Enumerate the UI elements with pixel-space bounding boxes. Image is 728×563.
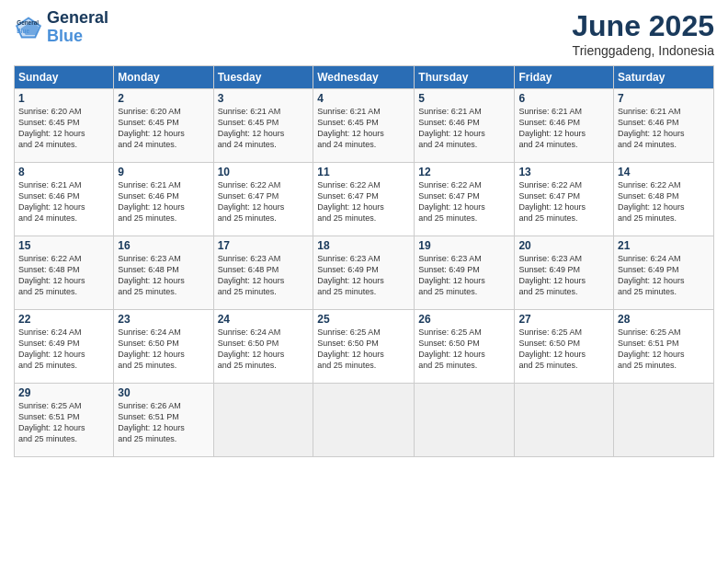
table-row [614, 384, 714, 457]
table-row: 10 Sunrise: 6:22 AMSunset: 6:47 PMDaylig… [213, 163, 313, 236]
day-info: Sunrise: 6:22 AMSunset: 6:47 PMDaylight:… [317, 179, 410, 224]
table-row: 25 Sunrise: 6:25 AMSunset: 6:50 PMDaylig… [313, 310, 415, 384]
table-row: 9 Sunrise: 6:21 AMSunset: 6:46 PMDayligh… [114, 163, 213, 236]
day-info: Sunrise: 6:22 AMSunset: 6:47 PMDaylight:… [518, 179, 609, 224]
day-info: Sunrise: 6:20 AMSunset: 6:45 PMDaylight:… [18, 106, 109, 151]
day-number: 27 [518, 313, 609, 326]
day-info: Sunrise: 6:25 AMSunset: 6:50 PMDaylight:… [418, 327, 510, 372]
logo: General Blue GeneralBlue [14, 9, 108, 46]
day-number: 1 [18, 92, 109, 105]
table-row: 30 Sunrise: 6:26 AMSunset: 6:51 PMDaylig… [114, 384, 213, 457]
day-number: 23 [118, 313, 209, 326]
day-info: Sunrise: 6:25 AMSunset: 6:50 PMDaylight:… [518, 327, 609, 372]
col-monday: Monday [114, 66, 213, 89]
table-row [515, 384, 614, 457]
day-info: Sunrise: 6:26 AMSunset: 6:51 PMDaylight:… [118, 400, 209, 445]
day-info: Sunrise: 6:22 AMSunset: 6:47 PMDaylight:… [418, 179, 510, 224]
day-number: 18 [317, 239, 410, 252]
day-info: Sunrise: 6:23 AMSunset: 6:48 PMDaylight:… [218, 253, 310, 298]
day-info: Sunrise: 6:21 AMSunset: 6:46 PMDaylight:… [118, 179, 209, 224]
svg-text:General: General [17, 19, 39, 26]
table-row: 17 Sunrise: 6:23 AMSunset: 6:48 PMDaylig… [213, 236, 313, 310]
svg-text:Blue: Blue [17, 27, 29, 33]
table-row: 11 Sunrise: 6:22 AMSunset: 6:47 PMDaylig… [313, 163, 415, 236]
table-row: 5 Sunrise: 6:21 AMSunset: 6:46 PMDayligh… [415, 89, 515, 163]
day-number: 19 [418, 239, 510, 252]
table-row: 2 Sunrise: 6:20 AMSunset: 6:45 PMDayligh… [114, 89, 213, 163]
day-number: 14 [618, 166, 710, 178]
table-row: 15 Sunrise: 6:22 AMSunset: 6:48 PMDaylig… [15, 236, 114, 310]
calendar-table: Sunday Monday Tuesday Wednesday Thursday… [14, 65, 714, 457]
table-row: 3 Sunrise: 6:21 AMSunset: 6:45 PMDayligh… [213, 89, 313, 163]
day-info: Sunrise: 6:23 AMSunset: 6:49 PMDaylight:… [518, 253, 609, 298]
day-info: Sunrise: 6:25 AMSunset: 6:51 PMDaylight:… [18, 400, 109, 445]
table-row: 18 Sunrise: 6:23 AMSunset: 6:49 PMDaylig… [313, 236, 415, 310]
table-row: 28 Sunrise: 6:25 AMSunset: 6:51 PMDaylig… [614, 310, 714, 384]
day-info: Sunrise: 6:21 AMSunset: 6:46 PMDaylight:… [418, 106, 510, 151]
day-info: Sunrise: 6:25 AMSunset: 6:51 PMDaylight:… [618, 327, 710, 372]
table-row: 8 Sunrise: 6:21 AMSunset: 6:46 PMDayligh… [15, 163, 114, 236]
table-row: 12 Sunrise: 6:22 AMSunset: 6:47 PMDaylig… [415, 163, 515, 236]
day-info: Sunrise: 6:23 AMSunset: 6:49 PMDaylight:… [418, 253, 510, 298]
table-row: 21 Sunrise: 6:24 AMSunset: 6:49 PMDaylig… [614, 236, 714, 310]
day-number: 17 [218, 239, 310, 252]
day-info: Sunrise: 6:21 AMSunset: 6:46 PMDaylight:… [18, 179, 109, 224]
day-number: 25 [317, 313, 410, 326]
day-number: 30 [118, 386, 209, 399]
day-info: Sunrise: 6:22 AMSunset: 6:47 PMDaylight:… [218, 179, 310, 224]
month-title: June 2025 [572, 9, 714, 43]
day-info: Sunrise: 6:24 AMSunset: 6:50 PMDaylight:… [218, 327, 310, 372]
day-number: 2 [118, 92, 209, 105]
day-info: Sunrise: 6:23 AMSunset: 6:48 PMDaylight:… [118, 253, 209, 298]
day-info: Sunrise: 6:21 AMSunset: 6:45 PMDaylight:… [218, 106, 310, 151]
table-row [313, 384, 415, 457]
day-number: 3 [218, 92, 310, 105]
day-number: 16 [118, 239, 209, 252]
col-sunday: Sunday [15, 66, 114, 89]
day-number: 10 [218, 166, 310, 178]
header: General Blue GeneralBlue June 2025 Trien… [14, 9, 714, 58]
day-info: Sunrise: 6:21 AMSunset: 6:46 PMDaylight:… [618, 106, 710, 151]
calendar-page: General Blue GeneralBlue June 2025 Trien… [0, 0, 728, 563]
logo-text: GeneralBlue [47, 9, 108, 46]
title-block: June 2025 Trienggadeng, Indonesia [572, 9, 714, 58]
table-row: 26 Sunrise: 6:25 AMSunset: 6:50 PMDaylig… [415, 310, 515, 384]
table-row: 7 Sunrise: 6:21 AMSunset: 6:46 PMDayligh… [614, 89, 714, 163]
col-tuesday: Tuesday [213, 66, 313, 89]
table-row: 22 Sunrise: 6:24 AMSunset: 6:49 PMDaylig… [15, 310, 114, 384]
table-row [213, 384, 313, 457]
day-info: Sunrise: 6:24 AMSunset: 6:50 PMDaylight:… [118, 327, 209, 372]
table-row: 6 Sunrise: 6:21 AMSunset: 6:46 PMDayligh… [515, 89, 614, 163]
table-row: 19 Sunrise: 6:23 AMSunset: 6:49 PMDaylig… [415, 236, 515, 310]
day-info: Sunrise: 6:22 AMSunset: 6:48 PMDaylight:… [18, 253, 109, 298]
day-number: 28 [618, 313, 710, 326]
location: Trienggadeng, Indonesia [572, 43, 714, 58]
day-info: Sunrise: 6:20 AMSunset: 6:45 PMDaylight:… [118, 106, 209, 151]
day-info: Sunrise: 6:24 AMSunset: 6:49 PMDaylight:… [618, 253, 710, 298]
day-number: 8 [18, 166, 109, 178]
table-row [415, 384, 515, 457]
table-row: 1 Sunrise: 6:20 AMSunset: 6:45 PMDayligh… [15, 89, 114, 163]
table-row: 20 Sunrise: 6:23 AMSunset: 6:49 PMDaylig… [515, 236, 614, 310]
day-number: 24 [218, 313, 310, 326]
table-row: 14 Sunrise: 6:22 AMSunset: 6:48 PMDaylig… [614, 163, 714, 236]
day-number: 9 [118, 166, 209, 178]
day-number: 12 [418, 166, 510, 178]
day-number: 21 [618, 239, 710, 252]
table-row: 24 Sunrise: 6:24 AMSunset: 6:50 PMDaylig… [213, 310, 313, 384]
table-row: 13 Sunrise: 6:22 AMSunset: 6:47 PMDaylig… [515, 163, 614, 236]
col-wednesday: Wednesday [313, 66, 415, 89]
table-row: 16 Sunrise: 6:23 AMSunset: 6:48 PMDaylig… [114, 236, 213, 310]
day-number: 13 [518, 166, 609, 178]
day-number: 11 [317, 166, 410, 178]
table-row: 27 Sunrise: 6:25 AMSunset: 6:50 PMDaylig… [515, 310, 614, 384]
day-number: 5 [418, 92, 510, 105]
day-number: 29 [18, 386, 109, 399]
day-number: 26 [418, 313, 510, 326]
col-friday: Friday [515, 66, 614, 89]
day-number: 6 [518, 92, 609, 105]
day-info: Sunrise: 6:22 AMSunset: 6:48 PMDaylight:… [618, 179, 710, 224]
day-number: 15 [18, 239, 109, 252]
col-thursday: Thursday [415, 66, 515, 89]
day-info: Sunrise: 6:25 AMSunset: 6:50 PMDaylight:… [317, 327, 410, 372]
